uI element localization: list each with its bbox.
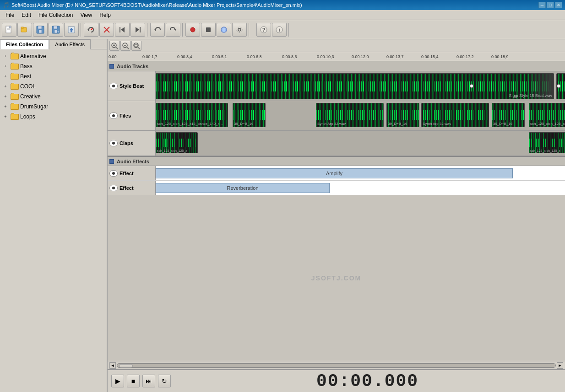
track-visibility-toggle[interactable] — [109, 83, 118, 89]
next-button[interactable] — [130, 23, 145, 37]
track-visibility-toggle[interactable] — [109, 113, 118, 119]
redo-button[interactable] — [166, 23, 180, 37]
ruler-mark-11: 0:00:18,9 — [491, 54, 509, 59]
scroll-left-button[interactable]: ◄ — [109, 362, 116, 369]
effect-label-2: Effect — [108, 181, 156, 195]
app-icon: 🎵 — [3, 2, 10, 8]
delete-segment-button[interactable] — [99, 23, 114, 37]
effect-eye-icon[interactable] — [109, 185, 118, 191]
tree-item-cool[interactable]: + COOL — [0, 81, 107, 91]
svg-point-28 — [237, 27, 242, 32]
audio-block-files-7[interactable]: sch_125_xich_125_x16_dance_140_x... — [529, 103, 565, 127]
skip-end-button[interactable]: ⏭ — [142, 375, 155, 387]
svg-rect-25 — [206, 27, 211, 32]
scroll-track[interactable] — [117, 363, 556, 368]
export-button[interactable] — [64, 23, 79, 37]
audio-block-label: Synth Arp 32.wav — [317, 122, 346, 126]
open-button[interactable] — [17, 23, 32, 37]
ruler-mark-2: 0:00:3,4 — [177, 54, 192, 59]
audio-block-files-4[interactable]: 39_D+B_16 — [386, 103, 419, 127]
folder-icon — [11, 94, 19, 100]
close-button[interactable]: ✕ — [555, 2, 562, 8]
scroll-right-button[interactable]: ► — [557, 362, 563, 369]
audio-block-label: 39_D+B_16 — [234, 122, 253, 126]
minimize-button[interactable]: ─ — [538, 2, 546, 8]
tree-item-drumsugar[interactable]: + DrumSugar — [0, 102, 107, 112]
tree-item-label: Creative — [20, 93, 41, 100]
volume-handle-2[interactable] — [557, 84, 560, 88]
audio-block-label: Synth Arp 32.wav — [423, 122, 451, 126]
audio-block[interactable]: Siggi Style 15 Beat.wav — [156, 73, 554, 99]
audio-block-files-1[interactable]: sch_125_xich_125_x16_dance_140_x... — [156, 103, 228, 127]
expand-icon: + — [2, 83, 9, 90]
timeline-ruler: 0:00 0:00:1,7 0:00:3,4 0:00:5,1 0:00:6,8… — [108, 52, 565, 61]
tree-item-label: Alternative — [20, 53, 46, 59]
menu-help[interactable]: Help — [96, 11, 114, 20]
tree-item-creative[interactable]: + Creative — [0, 91, 107, 102]
panel-tabs: Files Collection Audio Effects — [0, 39, 107, 49]
transport-bar: ▶ ■ ⏭ ↻ 00:00.000 — [108, 369, 565, 392]
audio-block-claps-2[interactable]: sch_125_xich_125_x — [529, 132, 565, 153]
audio-block-files-5[interactable]: Synth Arp 32.wav — [421, 103, 489, 127]
stop-record-button[interactable] — [201, 23, 216, 37]
audio-block-claps-1[interactable]: sch_125_xich_125_x — [156, 132, 198, 153]
track-content-files[interactable]: sch_125_xich_125_x16_dance_140_x... 39_D… — [156, 101, 565, 130]
expand-icon: + — [2, 73, 9, 80]
effect-content-reverberation[interactable]: Reverberation — [156, 181, 565, 195]
menu-file-collection[interactable]: File Collection — [35, 11, 76, 20]
left-panel: Files Collection Audio Effects + Alterna… — [0, 39, 108, 392]
restore-button[interactable]: □ — [547, 2, 554, 8]
audio-block-label: sch_125_xich_125_x16_dance_140_x... — [157, 122, 223, 126]
tree-item-bass[interactable]: + Bass — [0, 61, 107, 71]
play-button[interactable]: ▶ — [111, 375, 124, 387]
tab-audio-effects[interactable]: Audio Effects — [49, 39, 91, 49]
about-button[interactable]: i — [272, 23, 287, 37]
new-button[interactable] — [2, 23, 16, 37]
svg-line-41 — [138, 47, 140, 49]
record-button[interactable] — [185, 23, 200, 37]
audio-effects-header: Audio Effects — [108, 156, 565, 166]
zoom-fit-button[interactable] — [131, 41, 141, 51]
tree-item-loops[interactable]: + Loops — [0, 112, 107, 122]
scroll-thumb[interactable] — [119, 364, 133, 368]
save-as-button[interactable]: + — [49, 23, 63, 37]
tree-item-alternative[interactable]: + Alternative — [0, 51, 107, 61]
menu-view[interactable]: View — [76, 11, 96, 20]
zoom-out-button[interactable] — [120, 41, 130, 51]
zoom-bar — [108, 39, 565, 52]
save-button[interactable] — [33, 23, 48, 37]
stop-button[interactable]: ■ — [127, 375, 140, 387]
help-button[interactable]: ? — [256, 23, 271, 37]
undo-button[interactable] — [150, 23, 165, 37]
svg-marker-23 — [175, 28, 176, 31]
track-content-stylebeat[interactable]: Siggi Style 15 Beat.wav — [156, 71, 565, 101]
loop-button[interactable]: ↻ — [158, 375, 171, 387]
window-controls: ─ □ ✕ — [538, 2, 562, 8]
tree-item-best[interactable]: + Best — [0, 71, 107, 81]
audio-block-files-3[interactable]: Synth Arp 32.wav — [316, 103, 384, 127]
svg-text:+: + — [57, 30, 59, 33]
settings-button[interactable] — [232, 23, 247, 37]
track-content-claps[interactable]: sch_125_xich_125_x sch_125_xich_125_x — [156, 131, 565, 156]
expand-icon: + — [2, 113, 9, 120]
tree-item-label: Bass — [20, 63, 33, 70]
track-visibility-toggle[interactable] — [109, 140, 118, 146]
tree-item-label: Best — [20, 73, 31, 80]
undo-multi-button[interactable] — [84, 23, 98, 37]
volume-handle[interactable] — [470, 84, 473, 88]
prev-button[interactable] — [115, 23, 130, 37]
audio-block-files-6[interactable]: 39_D+B_16 — [492, 103, 525, 127]
tab-files-collection[interactable]: Files Collection — [0, 39, 49, 49]
ruler-mark-3: 0:00:5,1 — [212, 54, 227, 59]
effects-button[interactable] — [217, 23, 231, 37]
effect-eye-icon[interactable] — [109, 170, 118, 177]
section-dot — [109, 64, 114, 69]
effect-content-amplify[interactable]: Amplify — [156, 166, 565, 180]
audio-block-files-2[interactable]: 39_D+B_16 — [233, 103, 266, 127]
menu-edit[interactable]: Edit — [18, 11, 35, 20]
track-label-claps: Claps — [108, 131, 156, 156]
audio-tracks-header: Audio Tracks — [108, 61, 565, 71]
toolbar: + — [0, 20, 565, 39]
menu-file[interactable]: File — [2, 11, 18, 20]
zoom-in-button[interactable] — [109, 41, 120, 51]
